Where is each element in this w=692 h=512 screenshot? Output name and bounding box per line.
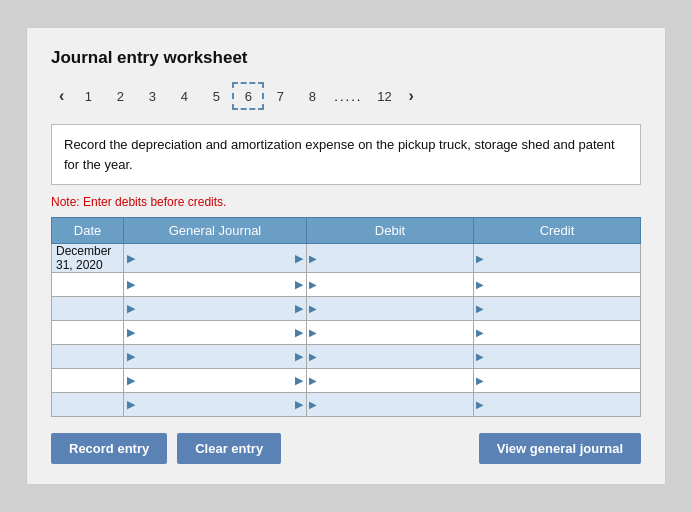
debit-cell-2[interactable]: ▶ — [307, 273, 474, 297]
credit-cell-7[interactable]: ▶ — [474, 393, 641, 417]
gj-input-2[interactable] — [138, 273, 292, 296]
credit-input-6[interactable] — [486, 374, 640, 388]
debit-cell-3[interactable]: ▶ — [307, 297, 474, 321]
gj-left-arrow-1: ▶ — [124, 252, 138, 265]
note-text: Note: Enter debits before credits. — [51, 195, 641, 209]
debit-input-1[interactable] — [319, 251, 473, 265]
table-row: ▶ ▶ ▶ ▶ — [52, 345, 641, 369]
gj-left-arrow-7: ▶ — [124, 398, 138, 411]
table-row: ▶ ▶ ▶ ▶ — [52, 273, 641, 297]
credit-cell-3[interactable]: ▶ — [474, 297, 641, 321]
debit-cell-4[interactable]: ▶ — [307, 321, 474, 345]
credit-input-2[interactable] — [486, 278, 640, 292]
header-credit: Credit — [474, 218, 641, 244]
gj-input-5[interactable] — [138, 345, 292, 368]
credit-input-4[interactable] — [486, 326, 640, 340]
credit-arrow-4: ▶ — [474, 327, 486, 338]
gj-left-arrow-3: ▶ — [124, 302, 138, 315]
gj-cell-3[interactable]: ▶ ▶ — [124, 297, 307, 321]
pagination: ‹ 1 2 3 4 5 6 7 8 ..... 12 › — [51, 82, 641, 110]
gj-cell-5[interactable]: ▶ ▶ — [124, 345, 307, 369]
date-cell-4 — [52, 321, 124, 345]
gj-left-arrow-6: ▶ — [124, 374, 138, 387]
page-2[interactable]: 2 — [104, 82, 136, 110]
description-box: Record the depreciation and amortization… — [51, 124, 641, 185]
header-general-journal: General Journal — [124, 218, 307, 244]
page-5[interactable]: 5 — [200, 82, 232, 110]
credit-arrow-3: ▶ — [474, 303, 486, 314]
page-6-active[interactable]: 6 — [232, 82, 264, 110]
gj-right-arrow-1: ▶ — [292, 252, 306, 265]
page-7[interactable]: 7 — [264, 82, 296, 110]
view-general-journal-button[interactable]: View general journal — [479, 433, 641, 464]
table-row: ▶ ▶ ▶ ▶ — [52, 369, 641, 393]
page-dots: ..... — [328, 89, 368, 104]
gj-left-arrow-2: ▶ — [124, 278, 138, 291]
page-12[interactable]: 12 — [368, 82, 400, 110]
gj-right-arrow-6: ▶ — [292, 374, 306, 387]
credit-cell-4[interactable]: ▶ — [474, 321, 641, 345]
gj-input-1[interactable] — [138, 244, 292, 272]
debit-input-6[interactable] — [319, 374, 473, 388]
credit-input-3[interactable] — [486, 302, 640, 316]
date-cell-6 — [52, 369, 124, 393]
record-entry-button[interactable]: Record entry — [51, 433, 167, 464]
gj-input-3[interactable] — [138, 297, 292, 320]
gj-input-6[interactable] — [138, 369, 292, 392]
gj-cell-6[interactable]: ▶ ▶ — [124, 369, 307, 393]
debit-arrow-6: ▶ — [307, 375, 319, 386]
worksheet-container: Journal entry worksheet ‹ 1 2 3 4 5 6 7 … — [26, 27, 666, 485]
debit-arrow-4: ▶ — [307, 327, 319, 338]
credit-arrow-5: ▶ — [474, 351, 486, 362]
date-cell-5 — [52, 345, 124, 369]
debit-input-5[interactable] — [319, 350, 473, 364]
gj-input-7[interactable] — [138, 393, 292, 416]
credit-input-5[interactable] — [486, 350, 640, 364]
table-row: ▶ ▶ ▶ ▶ — [52, 321, 641, 345]
journal-table: Date General Journal Debit Credit Decemb… — [51, 217, 641, 417]
debit-cell-6[interactable]: ▶ — [307, 369, 474, 393]
debit-input-4[interactable] — [319, 326, 473, 340]
next-nav[interactable]: › — [400, 85, 421, 107]
date-cell-7 — [52, 393, 124, 417]
debit-arrow-3: ▶ — [307, 303, 319, 314]
debit-cell-1[interactable]: ▶ — [307, 244, 474, 273]
credit-input-7[interactable] — [486, 398, 640, 412]
buttons-row: Record entry Clear entry View general jo… — [51, 433, 641, 464]
page-4[interactable]: 4 — [168, 82, 200, 110]
debit-input-2[interactable] — [319, 278, 473, 292]
credit-cell-2[interactable]: ▶ — [474, 273, 641, 297]
gj-cell-4[interactable]: ▶ ▶ — [124, 321, 307, 345]
clear-entry-button[interactable]: Clear entry — [177, 433, 281, 464]
credit-cell-6[interactable]: ▶ — [474, 369, 641, 393]
gj-left-arrow-4: ▶ — [124, 326, 138, 339]
gj-right-arrow-3: ▶ — [292, 302, 306, 315]
page-8[interactable]: 8 — [296, 82, 328, 110]
table-row: ▶ ▶ ▶ ▶ — [52, 393, 641, 417]
credit-input-1[interactable] — [486, 251, 640, 265]
date-cell-1: December 31, 2020 — [52, 244, 124, 273]
gj-right-arrow-4: ▶ — [292, 326, 306, 339]
credit-cell-5[interactable]: ▶ — [474, 345, 641, 369]
debit-cell-5[interactable]: ▶ — [307, 345, 474, 369]
gj-input-4[interactable] — [138, 321, 292, 344]
page-1[interactable]: 1 — [72, 82, 104, 110]
debit-input-3[interactable] — [319, 302, 473, 316]
header-debit: Debit — [307, 218, 474, 244]
credit-arrow-2: ▶ — [474, 279, 486, 290]
page-3[interactable]: 3 — [136, 82, 168, 110]
debit-input-7[interactable] — [319, 398, 473, 412]
credit-arrow-6: ▶ — [474, 375, 486, 386]
gj-right-arrow-5: ▶ — [292, 350, 306, 363]
debit-cell-7[interactable]: ▶ — [307, 393, 474, 417]
credit-cell-1[interactable]: ▶ — [474, 244, 641, 273]
prev-nav[interactable]: ‹ — [51, 85, 72, 107]
gj-cell-2[interactable]: ▶ ▶ — [124, 273, 307, 297]
gj-left-arrow-5: ▶ — [124, 350, 138, 363]
gj-cell-7[interactable]: ▶ ▶ — [124, 393, 307, 417]
gj-right-arrow-2: ▶ — [292, 278, 306, 291]
gj-right-arrow-7: ▶ — [292, 398, 306, 411]
gj-cell-1[interactable]: ▶ ▶ — [124, 244, 307, 273]
header-date: Date — [52, 218, 124, 244]
date-cell-2 — [52, 273, 124, 297]
